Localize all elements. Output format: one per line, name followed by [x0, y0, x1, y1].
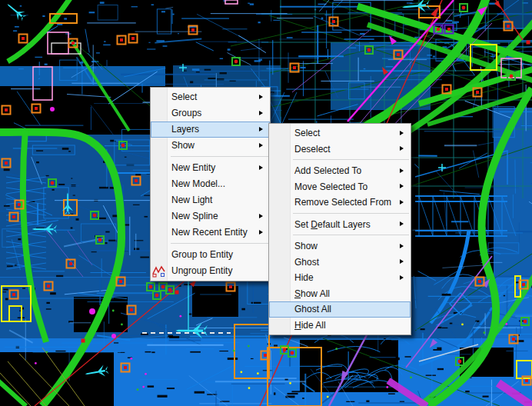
- menu-item-label: New Entity: [171, 162, 215, 173]
- menu-item-label: Show: [171, 140, 195, 151]
- menu-item-label: Layers: [171, 124, 199, 135]
- submenu-arrow-icon: [400, 131, 404, 135]
- menu-separator: [269, 232, 411, 238]
- menu-item-label: Set Default Layers: [294, 219, 371, 230]
- submenu-arrow-icon: [259, 165, 263, 170]
- menu-item-new-entity[interactable]: New Entity: [151, 160, 270, 176]
- menu-item-label: Move Selected To: [294, 181, 367, 192]
- menu-item-label: New Model...: [171, 178, 225, 189]
- menu-separator: [151, 241, 270, 247]
- menu-separator: [269, 211, 411, 217]
- menu-item-new-spline[interactable]: New Spline: [151, 208, 270, 225]
- menu-item-layers[interactable]: Layers: [151, 121, 270, 138]
- menu-item-label: Group to Entity: [171, 249, 233, 260]
- menu-item-select[interactable]: Select: [269, 125, 411, 141]
- menu-item-label: Ungroup Entity: [171, 265, 232, 276]
- menu-item-hide-all[interactable]: Hide All: [269, 318, 411, 334]
- menu-item-label: Ghost: [294, 257, 319, 268]
- menu-item-select[interactable]: Select: [151, 89, 270, 105]
- submenu-arrow-icon: [259, 111, 263, 115]
- submenu-arrow-icon: [400, 168, 404, 173]
- menu-item-new-model[interactable]: New Model...: [151, 176, 270, 192]
- menu-item-label: New Spline: [171, 211, 218, 221]
- menu-item-deselect[interactable]: Deselect: [269, 141, 411, 158]
- menu-item-label: Remove Selected From: [294, 197, 391, 208]
- menu-item-label: Hide: [294, 272, 314, 283]
- menu-item-add-selected-to[interactable]: Add Selected To: [269, 163, 411, 179]
- menu-item-label: Hide All: [294, 320, 326, 331]
- submenu-arrow-icon: [400, 244, 404, 248]
- menu-item-new-recent-entity[interactable]: New Recent Entity: [151, 225, 270, 241]
- submenu-arrow-icon: [259, 95, 263, 99]
- menu-item-show[interactable]: Show: [151, 138, 270, 154]
- menu-separator: [151, 154, 270, 160]
- menu-item-ungroup-entity[interactable]: Ungroup Entity: [151, 263, 270, 279]
- menu-item-remove-selected-from[interactable]: Remove Selected From: [269, 195, 411, 211]
- submenu-arrow-icon: [259, 214, 263, 218]
- menu-item-ghost[interactable]: Ghost: [269, 255, 411, 271]
- menu-item-label: New Light: [171, 195, 212, 205]
- menu-item-label: New Recent Entity: [171, 227, 248, 238]
- menu-item-label: Show All: [294, 288, 330, 299]
- submenu-arrow-icon: [259, 143, 263, 148]
- menu-item-move-selected-to[interactable]: Move Selected To: [269, 179, 411, 195]
- menu-separator: [269, 157, 411, 163]
- menu-item-label: Deselect: [294, 144, 331, 155]
- menu-item-ghost-all[interactable]: Ghost All: [269, 301, 411, 318]
- menu-item-hide[interactable]: Hide: [269, 270, 411, 286]
- menu-item-set-default-layers[interactable]: Set Default Layers: [269, 217, 411, 233]
- menu-item-label: Show: [294, 241, 318, 251]
- submenu-arrow-icon: [400, 184, 404, 188]
- submenu-arrow-icon: [400, 275, 404, 280]
- menu-item-label: Select: [294, 128, 320, 138]
- submenu-arrow-icon: [400, 146, 404, 151]
- submenu-arrow-icon: [259, 127, 263, 131]
- menu-item-group-to-entity[interactable]: Group to Entity: [151, 247, 270, 263]
- submenu-arrow-icon: [400, 221, 404, 226]
- submenu-arrow-icon: [400, 259, 404, 264]
- menu-item-groups[interactable]: Groups: [151, 105, 270, 121]
- submenu-arrow-icon: [400, 200, 404, 205]
- menu-item-label: Add Selected To: [294, 165, 361, 176]
- submenu-arrow-icon: [259, 230, 263, 235]
- menu-item-show-all[interactable]: Show All: [269, 286, 411, 302]
- menu-item-new-light[interactable]: New Light: [151, 192, 270, 208]
- menu-item-label: Select: [171, 92, 197, 102]
- menu-item-label: Groups: [171, 108, 201, 118]
- ungroup-entity-icon: [152, 265, 165, 278]
- menu-item-label: Ghost All: [294, 304, 331, 314]
- menu-item-show[interactable]: Show: [269, 238, 411, 255]
- layers-submenu: SelectDeselectAdd Selected ToMove Select…: [268, 123, 411, 335]
- context-menu: SelectGroupsLayersShowNew EntityNew Mode…: [150, 87, 271, 281]
